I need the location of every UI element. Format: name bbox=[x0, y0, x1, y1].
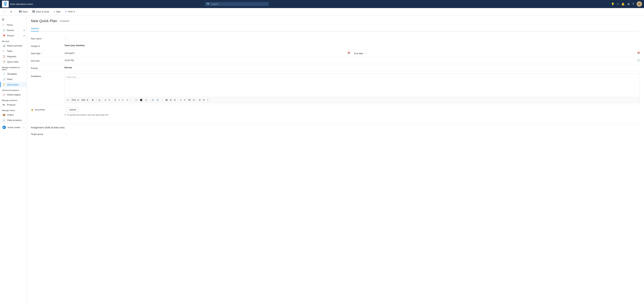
sidebar-item-plans[interactable]: 📑 Plans bbox=[0, 76, 27, 82]
restore-button[interactable]: ⊡ bbox=[8, 10, 14, 14]
due-time-value[interactable]: 10:00 PM bbox=[64, 59, 636, 62]
editor-align-left-btn[interactable]: ⬜ bbox=[134, 98, 138, 102]
save-close-icon: 💾 bbox=[32, 10, 35, 13]
editor-italic-btn[interactable]: I bbox=[95, 98, 98, 102]
save-close-button[interactable]: 💾 Save & Close bbox=[30, 10, 51, 14]
editor-table-row-btn[interactable]: ⊟ bbox=[173, 98, 176, 102]
save-icon: 💾 bbox=[19, 10, 22, 13]
sidebar-item-pinned[interactable]: 📌 Pinned ▾ bbox=[0, 33, 27, 38]
editor-outdent-btn[interactable]: ⇤ bbox=[121, 98, 125, 102]
editor-bold-btn[interactable]: B bbox=[91, 98, 94, 102]
top-nav: Store Operations Assist 🔍 💡 + 🔔 ⚙ ? R bbox=[0, 0, 644, 8]
sidebar-item-retail-insights[interactable]: 📈 Retail insights bbox=[0, 92, 27, 97]
guidelines-label: Guidelines bbox=[31, 74, 64, 78]
sidebar-item-recent[interactable]: 🕐 Recent ▾ bbox=[0, 28, 27, 33]
editor-align-center-btn[interactable]: ⬛ bbox=[139, 98, 144, 102]
advanced-analytics-section-label: Advanced analytics bbox=[0, 87, 27, 92]
end-date-calendar-icon[interactable]: 📅 bbox=[637, 52, 640, 54]
editor-settings-btn[interactable]: ⚙ bbox=[202, 98, 206, 102]
editor-align-right-btn[interactable]: ⬜ bbox=[144, 98, 148, 102]
editor-highlight-btn[interactable]: 🖍 bbox=[104, 98, 108, 102]
manage-orders-section-label: Manage orders bbox=[0, 108, 27, 112]
editor-clear-btn[interactable]: ⌫ bbox=[187, 98, 192, 102]
sidebar-item-quick-plans[interactable]: ⚡ Quick plans bbox=[0, 82, 27, 87]
end-date-label: End date * bbox=[354, 52, 364, 55]
sidebar-item-home[interactable]: ⌂ Home bbox=[0, 22, 27, 28]
size-select[interactable]: Size bbox=[80, 98, 89, 102]
document-label: Document bbox=[35, 108, 45, 111]
target-group-value[interactable]: --- bbox=[64, 132, 640, 135]
save-button[interactable]: 💾 Save bbox=[17, 10, 30, 14]
sidebar-item-quick-notes[interactable]: 📝 Quick notes bbox=[0, 59, 27, 64]
help-button[interactable]: ? bbox=[632, 2, 634, 6]
start-date-required: * bbox=[41, 52, 42, 55]
lightbulb-button[interactable]: 💡 bbox=[611, 2, 614, 6]
templates-icon: 📄 bbox=[2, 72, 5, 75]
editor-redo-btn[interactable]: ↻ bbox=[183, 98, 186, 102]
editor-table-col-btn[interactable]: ⊞ bbox=[169, 98, 172, 102]
new-button[interactable]: + New bbox=[52, 10, 62, 14]
sidebar-item-label: Products bbox=[7, 104, 16, 106]
time-clock-icon[interactable]: 🕐 bbox=[637, 59, 640, 62]
start-date-calendar-icon[interactable]: 📅 bbox=[347, 52, 350, 54]
plan-name-value[interactable]: --- bbox=[64, 37, 640, 39]
back-button[interactable]: ← bbox=[1, 10, 8, 14]
sidebar-item-products[interactable]: 🛍 Products bbox=[0, 102, 27, 108]
sidebar-item-label: Retail insights bbox=[7, 94, 21, 96]
target-group-label: Target group bbox=[31, 132, 64, 136]
sidebar-item-templates[interactable]: 📄 Templates bbox=[0, 71, 27, 76]
search-icon: 🔍 bbox=[207, 3, 210, 5]
editor-quote-btn[interactable]: " bbox=[129, 98, 132, 102]
editor-fontcolor-btn[interactable]: A bbox=[108, 98, 111, 102]
sidebar-item-requests[interactable]: 📋 Requests bbox=[0, 54, 27, 59]
editor-remove-btn[interactable]: ⊟ bbox=[192, 98, 196, 102]
editor-link-btn[interactable]: 🔗 bbox=[150, 98, 155, 102]
document-row: 🔒 Document Upload ⓘ To upload documents,… bbox=[31, 105, 640, 118]
sidebar-item-label: Tasks bbox=[7, 50, 12, 52]
sidebar-item-label: Quick plans bbox=[7, 84, 18, 86]
info-icon: ⓘ bbox=[64, 114, 66, 116]
tab-general[interactable]: General bbox=[31, 26, 38, 31]
sidebar-item-order-products[interactable]: 🛒 Order products bbox=[0, 118, 27, 123]
upload-button[interactable]: Upload bbox=[66, 107, 79, 112]
sidebar-item-orders[interactable]: 📦 Orders bbox=[0, 112, 27, 118]
search-input[interactable] bbox=[211, 3, 267, 5]
guidelines-editor[interactable]: Enter text... bbox=[64, 74, 640, 97]
flow-button[interactable]: ⟳ Flow ▾ bbox=[63, 10, 77, 14]
avatar[interactable]: R bbox=[636, 1, 642, 7]
editor-image-btn[interactable]: 🖼 bbox=[164, 98, 168, 102]
settings-button[interactable]: ⚙ bbox=[628, 2, 630, 6]
add-button[interactable]: + bbox=[617, 2, 619, 6]
notifications-button[interactable]: 🔔 bbox=[621, 2, 625, 6]
sidebar-item-label: Pinned bbox=[7, 34, 14, 37]
sidebar-item-label: Requests bbox=[7, 55, 16, 58]
sidebar-toggle[interactable]: ☰ bbox=[0, 17, 27, 22]
editor-paintbrush-btn[interactable]: 🖊 bbox=[66, 98, 70, 102]
editor-bullets-btn[interactable]: ☰ bbox=[113, 98, 117, 102]
editor-sep-2 bbox=[102, 98, 102, 102]
editor-numbering-btn[interactable]: ≡ bbox=[118, 98, 121, 102]
editor-indent-btn[interactable]: ⇥ bbox=[125, 98, 129, 102]
end-date-value[interactable]: --- bbox=[366, 52, 636, 54]
sidebar-item-retail-summary[interactable]: 📊 Retail summary bbox=[0, 43, 27, 48]
flow-dropdown-icon: ▾ bbox=[74, 10, 75, 13]
editor-underline-btn[interactable]: U bbox=[98, 98, 101, 102]
editor-unlink-btn[interactable]: 🔗 bbox=[155, 98, 160, 102]
flow-label: Flow bbox=[68, 10, 72, 13]
sidebar-item-label: Home bbox=[7, 24, 13, 26]
sidebar-item-tasks[interactable]: ✓ Tasks bbox=[0, 48, 27, 54]
priority-value[interactable]: Normal bbox=[64, 66, 640, 69]
due-time-label: Due time bbox=[31, 59, 64, 62]
editor-help-btn[interactable]: ? bbox=[206, 98, 209, 102]
sidebar-item-label: Action center bbox=[8, 126, 20, 129]
assignment-heading: Assignment (Add at least one) bbox=[31, 123, 640, 130]
logo-area: Store Operations Assist bbox=[2, 1, 33, 8]
editor-arrow-btn[interactable]: → bbox=[160, 98, 164, 102]
start-date-value[interactable]: 14/Aug/23 bbox=[64, 52, 346, 54]
sidebar-item-action-center[interactable]: AC Action center ◇ bbox=[0, 124, 27, 130]
assign-to-value[interactable]: Team (any member) bbox=[64, 44, 640, 47]
manage-products-section-label: Manage products bbox=[0, 97, 27, 102]
font-select[interactable]: Font bbox=[70, 98, 80, 102]
editor-table-btn[interactable]: ⊞ bbox=[198, 98, 202, 102]
editor-undo-btn[interactable]: ↺ bbox=[179, 98, 182, 102]
